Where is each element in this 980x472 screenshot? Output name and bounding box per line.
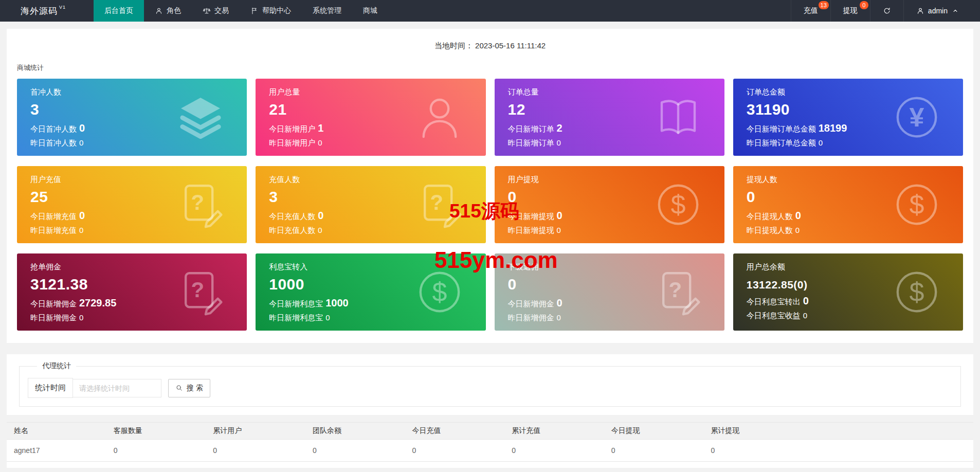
doc-question-icon: ? <box>415 180 464 229</box>
stat-card-2: 用户总量21今日新增用户1昨日新增用户0 <box>256 79 485 156</box>
stats-panel: 当地时间： 2023-05-16 11:11:42 商城统计 首冲人数3今日首冲… <box>7 29 973 343</box>
table-cell: agnet17 <box>7 440 106 462</box>
doc-question-icon: ? <box>176 267 225 317</box>
table-header-cell: 今日充值 <box>405 423 505 440</box>
table-cell: 0 <box>504 440 604 462</box>
table-header-cell: 姓名 <box>7 423 106 440</box>
stats-cards-grid: 首冲人数3今日首冲人数0昨日首冲人数0用户总量21今日新增用户1昨日新增用户0订… <box>7 72 973 341</box>
chevron-up-icon <box>951 7 959 15</box>
stat-card-today-value: 0 <box>79 122 85 134</box>
stat-card-yesterday-value: 0 <box>318 138 322 147</box>
dollar-icon: $ <box>654 180 703 229</box>
stat-time-label: 统计时间 <box>28 378 73 398</box>
stat-card-today-value: 1000 <box>325 297 349 308</box>
table-header-cell: 今日提现 <box>604 423 704 440</box>
brand-text: 海外源码 <box>21 5 58 17</box>
doc-question-icon: ? <box>176 180 225 229</box>
nav-action-label: 充值 <box>804 6 818 15</box>
table-cell: 0 <box>305 440 405 462</box>
nav-item-label: 帮助中心 <box>262 6 291 15</box>
table-cell: 0 <box>106 440 206 462</box>
nav-action-2[interactable]: 提现0 <box>830 0 870 22</box>
svg-text:?: ? <box>191 278 205 302</box>
stat-card-today-value: 0 <box>557 297 562 308</box>
search-button[interactable]: 搜 索 <box>168 379 210 397</box>
stat-card-4: 订单总金额31190今日新增订单总金额18199昨日新增订单总金额0¥ <box>733 79 963 156</box>
agent-panel: 代理统计 统计时间 搜 索 <box>7 354 973 415</box>
nav-item-4[interactable]: 帮助中心 <box>240 0 302 22</box>
table-header-row: 姓名客服数量累计用户团队余额今日充值累计充值今日提现累计提现 <box>7 423 973 440</box>
agent-table: 姓名客服数量累计用户团队余额今日充值累计充值今日提现累计提现 agnet1700… <box>7 422 973 462</box>
nav-item-1[interactable]: 后台首页 <box>94 0 144 22</box>
stat-card-today-value: 0 <box>803 295 809 306</box>
nav-action-label: 提现 <box>843 6 858 15</box>
stat-card-5: 用户充值25今日新增充值0昨日新增充值0? <box>17 166 247 243</box>
person-icon <box>415 93 464 142</box>
table-cell: 0 <box>206 440 305 462</box>
agent-fieldset: 代理统计 统计时间 搜 索 <box>19 361 961 407</box>
table-header-cell: 团队余额 <box>305 423 405 440</box>
stat-card-today-value: 2 <box>557 122 562 134</box>
user-icon <box>155 7 163 15</box>
stat-card-10: 利息宝转入1000今日新增利息宝1000昨日新增利息宝0$ <box>256 253 485 331</box>
stat-card-today-value: 18199 <box>819 122 847 134</box>
agent-legend: 代理统计 <box>37 361 76 371</box>
stat-card-today-value: 0 <box>557 210 562 221</box>
nav-actions: 充值13提现0 <box>791 0 870 22</box>
svg-text:?: ? <box>430 190 443 214</box>
stat-card-today-value: 0 <box>795 210 801 221</box>
stat-card-yesterday-value: 0 <box>79 226 83 234</box>
nav-item-label: 商城 <box>363 6 377 15</box>
flag-icon <box>250 7 259 15</box>
local-time-label: 当地时间： <box>434 41 473 50</box>
table-cell: 0 <box>604 440 704 462</box>
nav-item-label: 角色 <box>167 6 181 15</box>
agent-table-panel: 姓名客服数量累计用户团队余额今日充值累计充值今日提现累计提现 agnet1700… <box>7 422 973 468</box>
nav-item-label: 系统管理 <box>313 6 341 15</box>
local-time: 当地时间： 2023-05-16 11:11:42 <box>7 29 973 51</box>
nav-item-3[interactable]: 交易 <box>192 0 240 22</box>
stat-card-today-value: 1 <box>318 122 323 134</box>
dollar-icon: $ <box>892 180 941 229</box>
agent-form-row: 统计时间 搜 索 <box>28 378 952 398</box>
refresh-button[interactable] <box>870 0 903 22</box>
svg-text:$: $ <box>670 190 685 220</box>
dollar-icon: $ <box>415 267 464 317</box>
yen-icon: ¥ <box>892 93 941 142</box>
nav-item-5[interactable]: 系统管理 <box>302 0 352 22</box>
stat-card-yesterday-value: 0 <box>557 138 561 147</box>
table-header-cell: 客服数量 <box>106 423 206 440</box>
table-cell: 0 <box>703 440 973 462</box>
svg-text:?: ? <box>668 278 682 302</box>
top-navbar: 海外源码 V1 后台首页角色交易帮助中心系统管理商城 充值13提现0 admin <box>0 0 980 22</box>
svg-text:¥: ¥ <box>910 102 924 132</box>
nav-action-1[interactable]: 充值13 <box>791 0 830 22</box>
brand-version: V1 <box>59 5 66 10</box>
nav-item-label: 交易 <box>214 6 229 15</box>
notification-badge: 13 <box>819 1 829 9</box>
stat-card-today-value: 0 <box>79 210 85 221</box>
user-menu[interactable]: admin <box>903 0 980 22</box>
stat-card-today-value: 0 <box>318 210 323 221</box>
stat-time-input[interactable] <box>73 379 161 397</box>
dollar-icon: $ <box>892 267 941 317</box>
search-icon <box>175 384 183 392</box>
nav-item-6[interactable]: 商城 <box>352 0 388 22</box>
table-row: agnet170000000 <box>7 440 973 462</box>
brand-logo[interactable]: 海外源码 V1 <box>0 0 80 22</box>
doc-question-icon: ? <box>654 267 703 317</box>
stat-card-6: 充值人数3今日充值人数0昨日充值人数0? <box>256 166 485 243</box>
book-icon <box>654 93 703 142</box>
stat-card-8: 提现人数0今日提现人数0昨日提现人数0$ <box>733 166 963 243</box>
search-button-label: 搜 索 <box>187 384 203 393</box>
svg-text:$: $ <box>910 190 924 220</box>
stat-card-yesterday-value: 0 <box>557 313 561 322</box>
svg-text:$: $ <box>910 277 924 307</box>
stat-card-yesterday-value: 0 <box>803 311 807 320</box>
nav-right: 充值13提现0 admin <box>791 0 980 22</box>
stat-card-today-value: 2729.85 <box>79 297 116 308</box>
table-header-cell: 累计用户 <box>206 423 305 440</box>
username: admin <box>928 7 948 15</box>
nav-item-2[interactable]: 角色 <box>144 0 192 22</box>
notification-badge: 0 <box>860 1 868 9</box>
